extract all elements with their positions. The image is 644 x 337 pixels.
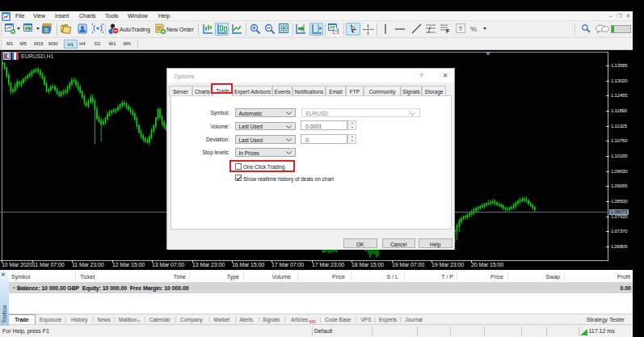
svg-text:T: T <box>459 25 463 32</box>
svg-text:%: % <box>470 25 477 33</box>
svg-text:F: F <box>446 28 450 34</box>
svg-text:$: $ <box>44 27 48 34</box>
